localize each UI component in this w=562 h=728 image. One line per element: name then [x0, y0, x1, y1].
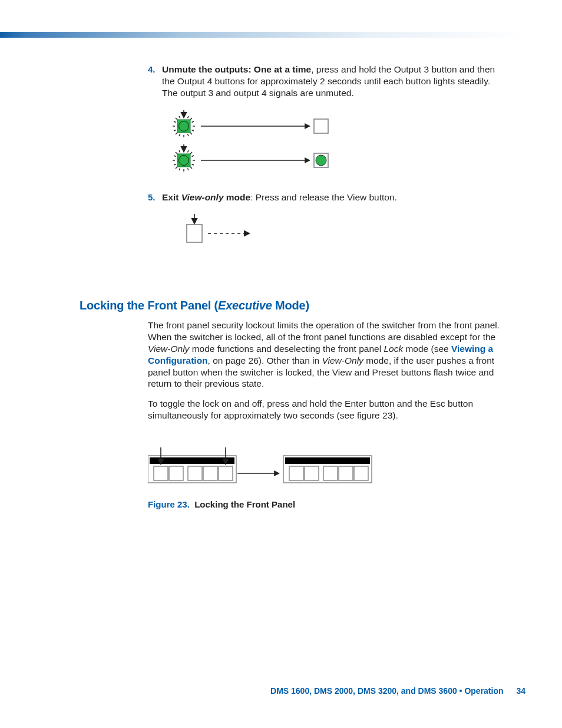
- page-content: 4. Unmute the outputs: One at a time, pr…: [80, 64, 504, 509]
- page-footer: DMS 1600, DMS 2000, DMS 3200, and DMS 36…: [270, 686, 525, 696]
- step-lead-bold-italic: View-only: [181, 192, 224, 202]
- svg-rect-33: [203, 466, 217, 480]
- svg-rect-40: [289, 466, 303, 480]
- paragraph-1: The front panel security lockout limits …: [148, 319, 504, 390]
- step-list-2: 5. Exit View-only mode: Press and releas…: [80, 192, 504, 203]
- svg-rect-43: [339, 466, 353, 480]
- p1-a: The front panel security lockout limits …: [148, 320, 500, 342]
- footer-text: DMS 1600, DMS 2000, DMS 3200, and DMS 36…: [270, 686, 504, 696]
- step-lead-bold: Exit: [162, 192, 181, 202]
- locking-panel-diagram: [148, 447, 504, 489]
- svg-rect-34: [219, 466, 233, 480]
- p1-i2: Lock: [384, 344, 403, 354]
- svg-rect-20: [314, 119, 328, 133]
- step-number: 4.: [148, 64, 156, 75]
- header-gradient-bar: [0, 32, 526, 38]
- p1-b: mode functions and deselecting the front…: [189, 344, 384, 354]
- step-number: 5.: [148, 192, 156, 203]
- svg-rect-39: [285, 457, 370, 464]
- svg-rect-31: [169, 466, 183, 480]
- svg-rect-44: [354, 466, 368, 480]
- svg-rect-42: [323, 466, 338, 480]
- step-lead-rest: : One at a time: [248, 64, 311, 74]
- step-list: 4. Unmute the outputs: One at a time, pr…: [80, 64, 504, 98]
- heading-em: Executive: [218, 299, 272, 312]
- page-number: 34: [516, 686, 525, 696]
- svg-rect-41: [305, 466, 319, 480]
- paragraph-2: To toggle the lock on and off, press and…: [148, 398, 504, 421]
- unmute-diagram: [162, 110, 504, 181]
- exit-view-diagram: [186, 212, 504, 247]
- svg-rect-30: [154, 466, 168, 480]
- figure-title: Locking the Front Panel: [194, 499, 295, 509]
- section-heading: Locking the Front Panel (Executive Mode): [80, 299, 504, 312]
- step-body: : Press and release the View button.: [250, 192, 397, 202]
- figure-caption: Figure 23. Locking the Front Panel: [148, 499, 504, 509]
- svg-rect-32: [188, 466, 202, 480]
- p1-c: mode (see: [403, 344, 451, 354]
- p1-i1: View-Only: [148, 344, 189, 354]
- svg-rect-29: [150, 457, 234, 464]
- heading-pre: Locking the Front Panel (: [80, 299, 218, 312]
- heading-post: Mode): [272, 299, 309, 312]
- step-4: 4. Unmute the outputs: One at a time, pr…: [80, 64, 504, 98]
- step-lead-bold2: mode: [224, 192, 251, 202]
- step-5: 5. Exit View-only mode: Press and releas…: [80, 192, 504, 203]
- svg-rect-25: [187, 225, 202, 242]
- p1-d: , on page 26). Other than in: [208, 355, 322, 365]
- step-lead-bold: Unmute the outputs: [162, 64, 248, 74]
- svg-point-24: [316, 155, 326, 166]
- p1-i3: View-Only: [322, 355, 363, 365]
- figure-number: Figure 23.: [148, 499, 190, 509]
